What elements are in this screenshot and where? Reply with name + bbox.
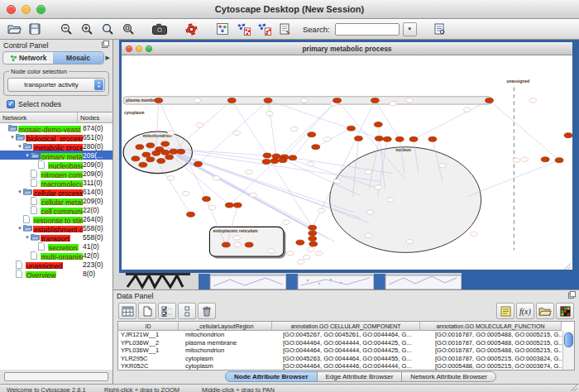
float-data-panel-icon[interactable] [568,291,576,300]
network-node[interactable] [165,155,174,160]
network-node-unselected[interactable] [464,108,471,112]
zoom-selected-icon[interactable] [98,21,117,37]
open-session-icon[interactable] [5,21,23,37]
tree-row[interactable]: ▼primary metabolic process209(... [0,151,112,160]
network-node[interactable] [177,149,185,154]
network-node-unselected[interactable] [283,220,290,224]
network-node[interactable] [194,161,203,166]
network-node[interactable] [347,126,356,131]
scrollbar-thumb[interactable] [564,332,573,347]
network-node[interactable] [222,242,230,247]
network-node-unselected[interactable] [308,162,314,166]
network-node[interactable] [555,158,563,163]
network-node-unselected[interactable] [266,112,273,116]
save-session-icon[interactable] [26,21,44,37]
table-row[interactable]: YLR295Ccytoplasm[GO:0045263, GO:0044464,… [118,355,562,363]
network-node-unselected[interactable] [365,170,371,174]
table-row[interactable]: YDR039C__1mitochondrion[GO:0044464, GO:0… [118,370,562,371]
tree-row[interactable]: secretion41(0) [0,241,112,251]
zoom-fit-icon[interactable] [119,21,137,37]
network-node[interactable] [170,149,178,154]
network-node[interactable] [309,241,318,246]
network-node-unselected[interactable] [316,251,323,256]
network-node-unselected[interactable] [333,179,340,183]
network-node[interactable] [161,150,170,155]
delete-attribute-icon[interactable] [198,303,216,319]
tab-overflow-arrow[interactable]: ▶ [106,55,110,61]
network-node-unselected[interactable] [246,170,252,174]
tree-row[interactable]: multi-organism process42(0) [0,251,112,260]
network-node-unselected[interactable] [268,249,275,253]
network-node[interactable] [354,136,362,141]
network-node[interactable] [146,143,155,148]
tree-row[interactable]: ▼transport558(0) [0,232,112,241]
expand-arrow[interactable]: ▼ [17,226,23,231]
network-node-unselected[interactable] [287,251,294,256]
expand-arrow[interactable]: ▼ [24,153,31,158]
network-node-unselected[interactable] [521,157,528,161]
tree-row[interactable]: ▼biological_process651(0) [0,132,112,141]
function-builder-icon[interactable]: f(x) [516,303,534,319]
network-node[interactable] [139,162,147,167]
network-node[interactable] [289,155,297,160]
expand-arrow[interactable]: ▼ [17,144,23,149]
network-node[interactable] [132,156,140,161]
tree-row[interactable]: unassigned223(0) [0,260,112,269]
network-node-unselected[interactable] [529,98,536,103]
help-lifebuoy-icon[interactable] [182,21,200,37]
network-node[interactable] [152,151,160,155]
search-dropdown-arrow[interactable]: ▼ [403,22,417,36]
tree-row[interactable]: response to stimulus264(0) [0,214,112,223]
network-node-unselected[interactable] [233,131,240,135]
tab-network-attribute-browser[interactable]: Network Attribute Browser [401,371,495,382]
network-node[interactable] [155,98,163,103]
new-attribute-icon[interactable] [138,303,156,319]
network-node[interactable] [136,145,144,150]
column-header[interactable]: _cellularLayoutRegion [179,322,272,331]
network-node-unselected[interactable] [365,233,371,237]
tree-row[interactable]: cellular metabolic209(0) [0,196,112,205]
annotation-icon[interactable] [275,21,294,37]
network-node-unselected[interactable] [513,158,519,162]
network-node[interactable] [202,197,210,202]
network-node[interactable] [564,133,572,138]
network-node[interactable] [227,98,236,103]
tree-row[interactable]: nucleobase-containing209(0) [0,160,112,169]
network-node[interactable] [409,136,418,141]
table-row[interactable]: YPL036W__1mitochondrion[GO:0044464, GO:0… [118,347,562,355]
network-node-unselected[interactable] [308,247,314,251]
network-overview-icon[interactable] [213,21,232,37]
tree-row[interactable]: mosaic-demo-yeast874(0) [0,123,112,132]
network-node[interactable] [157,159,165,164]
network-node[interactable] [309,236,317,241]
select-attributes-icon[interactable] [158,303,176,319]
table-row[interactable]: YJR121W__1mitochondrion[GO:0045267, GO:0… [118,331,562,339]
tree-column-network[interactable]: Network [0,112,78,122]
column-header[interactable]: ID [118,322,179,331]
network-node[interactable] [233,203,242,208]
expand-arrow[interactable]: ▼ [9,135,16,140]
expand-arrow[interactable]: ▼ [24,235,31,240]
tree-row[interactable]: macromolecule311(0) [0,178,112,187]
network-node-unselected[interactable] [234,242,241,246]
network-node[interactable] [225,203,233,208]
background-windows[interactable] [119,273,579,289]
network-node-unselected[interactable] [323,137,330,141]
network-node[interactable] [296,240,304,245]
network-node-unselected[interactable] [182,191,189,195]
search-options-icon[interactable] [430,21,448,37]
network-node-unselected[interactable] [406,98,413,103]
table-scrollbar[interactable] [562,331,574,370]
network-node[interactable] [395,136,404,141]
network-node-unselected[interactable] [213,176,219,180]
column-header[interactable]: annotation.GO CELLULAR_COMPONENT [272,322,420,331]
network-node-unselected[interactable] [470,232,476,236]
save-table-icon[interactable] [118,303,136,319]
network-node[interactable] [146,157,155,162]
network-frame-titlebar[interactable]: primary metabolic process [122,42,572,55]
layout-blue-red-icon[interactable] [234,21,252,37]
network-node-unselected[interactable] [233,236,240,240]
zoom-out-icon[interactable] [57,21,75,37]
network-node[interactable] [371,98,379,103]
table-row[interactable]: YKR052Ccytoplasm[GO:0044464, GO:0044446,… [118,362,562,370]
